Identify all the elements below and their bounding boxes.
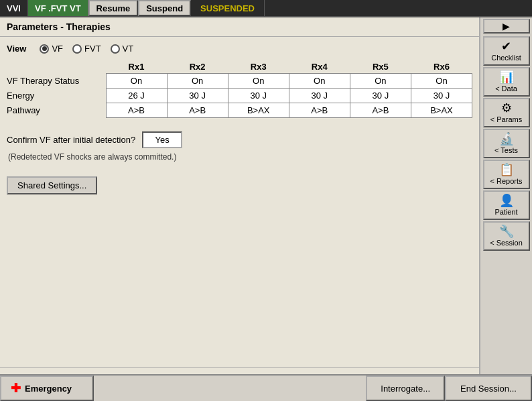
cell-energy-rx1[interactable]: 26 J xyxy=(106,89,167,103)
col-rx5: Rx5 xyxy=(350,60,411,74)
emergency-cross-icon: ✚ xyxy=(11,381,21,396)
session-button[interactable]: 🔧 < Session xyxy=(483,221,530,251)
shared-settings-button[interactable]: Shared Settings... xyxy=(7,176,97,194)
confirm-note: (Redetected VF shocks are always committ… xyxy=(8,152,472,162)
confirm-section: Confirm VF after initial detection? Yes … xyxy=(0,118,479,167)
table-row: Energy 26 J 30 J 30 J 30 J 30 J 30 J xyxy=(7,89,472,103)
col-rx4: Rx4 xyxy=(289,60,350,74)
tests-icon: 🔬 xyxy=(499,133,514,145)
params-header: Parameters - Therapies xyxy=(0,17,479,37)
checklist-button[interactable]: ✔ Checklist xyxy=(483,36,530,66)
checklist-label: Checklist xyxy=(491,54,521,62)
checklist-icon: ✔ xyxy=(501,40,511,52)
cell-pathway-rx2[interactable]: A>B xyxy=(167,103,228,118)
cell-status-rx3[interactable]: On xyxy=(228,74,289,89)
tab-suspend[interactable]: Suspend xyxy=(138,0,191,16)
cell-energy-rx5[interactable]: 30 J xyxy=(350,89,411,103)
cell-energy-rx4[interactable]: 30 J xyxy=(289,89,350,103)
radio-vt-circle[interactable] xyxy=(111,44,120,54)
cell-status-rx1[interactable]: On xyxy=(106,74,167,89)
therapy-table: Rx1 Rx2 Rx3 Rx4 Rx5 Rx6 VF Therapy Statu… xyxy=(7,60,472,118)
cell-pathway-rx5[interactable]: A>B xyxy=(350,103,411,118)
cell-pathway-rx1[interactable]: A>B xyxy=(106,103,167,118)
cell-pathway-rx6[interactable]: B>AX xyxy=(411,103,472,118)
tests-label: < Tests xyxy=(494,146,518,154)
row-label-energy: Energy xyxy=(7,89,106,103)
cell-status-rx6[interactable]: On xyxy=(411,74,472,89)
shared-settings-wrap: Shared Settings... xyxy=(7,176,472,194)
radio-vt-label: VT xyxy=(123,44,134,54)
main-content: Parameters - Therapies View VF FVT VT xyxy=(0,17,532,401)
radio-fvt-label: FVT xyxy=(84,44,101,54)
arrow-right-icon: ▶ xyxy=(503,21,510,32)
col-rx6: Rx6 xyxy=(411,60,472,74)
params-button[interactable]: ⚙ < Params xyxy=(483,98,530,127)
patient-icon: 👤 xyxy=(499,194,514,207)
expand-arrow-button[interactable]: ▶ xyxy=(483,19,530,34)
reports-button[interactable]: 📋 < Reports xyxy=(483,160,530,189)
tab-fvt[interactable]: VF .FVT VT xyxy=(28,0,88,16)
cell-pathway-rx4[interactable]: A>B xyxy=(289,103,350,118)
confirm-value[interactable]: Yes xyxy=(142,131,182,148)
cell-status-rx4[interactable]: On xyxy=(289,74,350,89)
radio-vf-circle[interactable] xyxy=(40,44,49,54)
params-label: < Params xyxy=(490,115,522,123)
view-row: View VF FVT VT xyxy=(0,37,479,58)
radio-vt[interactable]: VT xyxy=(111,44,134,54)
footer-bar: ✚ Emergency Interrogate... End Session..… xyxy=(0,374,532,401)
cell-energy-rx2[interactable]: 30 J xyxy=(167,89,228,103)
patient-label: Patient xyxy=(494,208,517,216)
confirm-question: Confirm VF after initial detection? xyxy=(7,135,135,145)
emergency-button[interactable]: ✚ Emergency xyxy=(0,376,94,401)
data-label: < Data xyxy=(495,84,517,93)
interrogate-button[interactable]: Interrogate... xyxy=(366,376,445,401)
col-rx2: Rx2 xyxy=(167,60,228,74)
data-icon: 📊 xyxy=(499,71,514,83)
radio-vf[interactable]: VF xyxy=(40,44,63,54)
radio-fvt-circle[interactable] xyxy=(72,44,82,54)
tab-bar: VVI VF .FVT VT Resume Suspend SUSPENDED xyxy=(0,0,532,17)
view-label: View xyxy=(7,44,26,54)
tab-vvi[interactable]: VVI xyxy=(0,0,28,16)
params-icon: ⚙ xyxy=(501,102,512,114)
confirm-row: Confirm VF after initial detection? Yes xyxy=(7,131,472,148)
cell-status-rx2[interactable]: On xyxy=(167,74,228,89)
col-rx1: Rx1 xyxy=(106,60,167,74)
data-button[interactable]: 📊 < Data xyxy=(483,67,530,97)
session-icon: 🔧 xyxy=(499,225,514,237)
therapy-table-wrap: Rx1 Rx2 Rx3 Rx4 Rx5 Rx6 VF Therapy Statu… xyxy=(0,60,479,118)
table-row: Pathway A>B A>B B>AX A>B A>B B>AX xyxy=(7,103,472,118)
row-label-status: VF Therapy Status xyxy=(7,74,106,89)
session-label: < Session xyxy=(490,239,523,247)
tab-suspended: SUSPENDED xyxy=(191,0,265,16)
left-panel: Parameters - Therapies View VF FVT VT xyxy=(0,17,480,401)
cell-energy-rx6[interactable]: 30 J xyxy=(411,89,472,103)
tab-resume[interactable]: Resume xyxy=(88,0,139,16)
col-rx3: Rx3 xyxy=(228,60,289,74)
cell-energy-rx3[interactable]: 30 J xyxy=(228,89,289,103)
cell-status-rx5[interactable]: On xyxy=(350,74,411,89)
radio-vf-label: VF xyxy=(52,44,63,54)
end-session-button[interactable]: End Session... xyxy=(445,376,532,401)
emergency-label: Emergency xyxy=(25,384,72,394)
footer-spacer xyxy=(94,376,366,401)
row-label-pathway: Pathway xyxy=(7,103,106,118)
tests-button[interactable]: 🔬 < Tests xyxy=(483,129,530,158)
cell-pathway-rx3[interactable]: B>AX xyxy=(228,103,289,118)
reports-label: < Reports xyxy=(490,177,523,185)
patient-button[interactable]: 👤 Patient xyxy=(483,190,530,220)
table-row: VF Therapy Status On On On On On On xyxy=(7,74,472,89)
right-sidebar: ▶ ✔ Checklist 📊 < Data ⚙ < Params 🔬 < Te… xyxy=(480,17,532,401)
radio-fvt[interactable]: FVT xyxy=(72,44,101,54)
reports-icon: 📋 xyxy=(499,164,514,176)
